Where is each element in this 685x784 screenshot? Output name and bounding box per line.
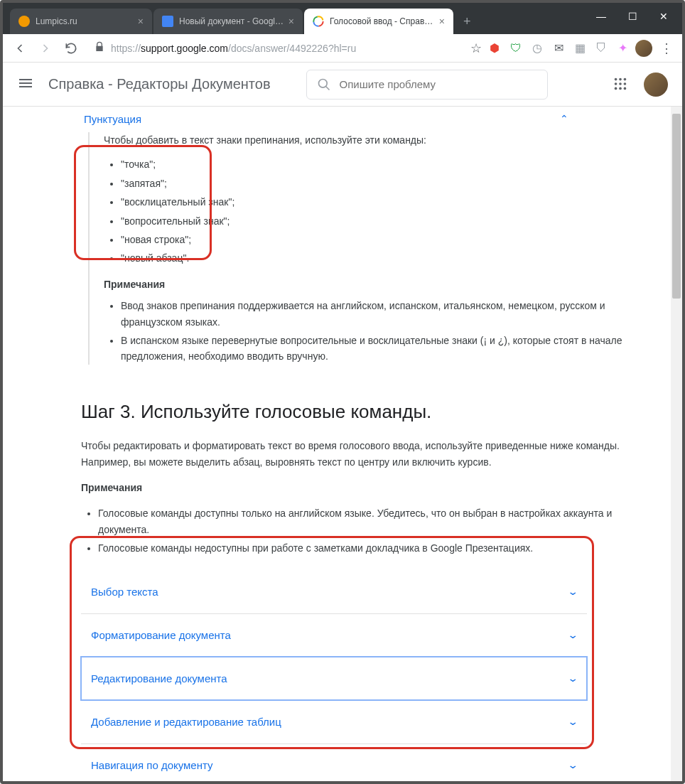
svg-point-11 bbox=[615, 87, 617, 90]
tab-title: Lumpics.ru bbox=[36, 16, 134, 26]
step-paragraph: Чтобы редактировать и форматировать текс… bbox=[81, 438, 631, 470]
chevron-down-icon: ⌄ bbox=[567, 714, 579, 729]
hamburger-menu[interactable] bbox=[17, 75, 34, 95]
forward-button[interactable] bbox=[36, 38, 55, 58]
browser-titlebar: Lumpics.ru × Новый документ - Google Д ×… bbox=[3, 3, 682, 34]
accordion-label: Выбор текста bbox=[91, 584, 158, 601]
svg-point-4 bbox=[318, 79, 327, 87]
svg-point-7 bbox=[624, 77, 627, 80]
list-item: "новый абзац". bbox=[121, 250, 631, 266]
list-item: "новая строка"; bbox=[121, 232, 631, 247]
list-item: Голосовые команды доступны только на анг… bbox=[98, 505, 631, 537]
svg-point-8 bbox=[615, 82, 617, 85]
extension-icon[interactable]: ⬢ bbox=[487, 41, 502, 55]
svg-point-9 bbox=[619, 82, 622, 85]
punctuation-list: "точка"; "запятая"; "восклицательный зна… bbox=[104, 156, 631, 266]
reload-button[interactable] bbox=[61, 38, 81, 58]
step-notes-list: Голосовые команды доступны только на анг… bbox=[81, 505, 631, 556]
favicon-icon bbox=[18, 16, 30, 27]
svg-point-12 bbox=[619, 87, 622, 90]
apps-grid-icon[interactable] bbox=[613, 76, 630, 93]
tab-support[interactable]: Голосовой ввод - Справка - × bbox=[304, 9, 453, 34]
back-button[interactable] bbox=[10, 38, 30, 58]
extension-icon[interactable]: ▦ bbox=[573, 41, 587, 55]
url-protocol: https:// bbox=[111, 43, 141, 54]
search-box[interactable] bbox=[306, 70, 548, 100]
extension-icon[interactable]: ⛉ bbox=[594, 41, 608, 55]
tab-title: Голосовой ввод - Справка - bbox=[330, 16, 435, 26]
minimize-button[interactable]: — bbox=[587, 6, 615, 27]
list-item: "вопросительный знак"; bbox=[121, 213, 631, 229]
accordion-label: Добавление и редактирование таблиц bbox=[91, 714, 281, 731]
list-item: "восклицательный знак"; bbox=[121, 194, 631, 210]
chevron-down-icon: ⌄ bbox=[567, 627, 579, 643]
svg-point-13 bbox=[624, 87, 627, 90]
search-input[interactable] bbox=[340, 78, 537, 90]
chevron-down-icon: ⌄ bbox=[567, 584, 579, 599]
accordion-item-format-doc[interactable]: Форматирование документа ⌄ bbox=[81, 613, 587, 657]
lock-icon bbox=[94, 41, 105, 55]
tab-lumpics[interactable]: Lumpics.ru × bbox=[10, 9, 152, 34]
list-item: Голосовые команды недоступны при работе … bbox=[98, 540, 631, 556]
extension-icons: ⬢ 🛡 ◷ ✉ ▦ ⛉ ✦ bbox=[487, 41, 630, 55]
accordion-item-tables[interactable]: Добавление и редактирование таблиц ⌄ bbox=[81, 700, 587, 743]
chevron-down-icon: ⌄ bbox=[567, 757, 579, 773]
accordion-label: Форматирование документа bbox=[91, 627, 231, 644]
step-notes-heading: Примечания bbox=[81, 480, 631, 495]
profile-avatar[interactable] bbox=[635, 40, 652, 57]
address-bar: https://support.google.com/docs/answer/4… bbox=[3, 34, 682, 63]
accordion-item-edit-doc[interactable]: Редактирование документа ⌄ bbox=[81, 657, 587, 700]
list-item: В испанском языке перевернутые вопросите… bbox=[121, 333, 631, 365]
content-area: Пунктуация ⌃ Чтобы добавить в текст знак… bbox=[3, 107, 682, 781]
step-heading: Шаг 3. Используйте голосовые команды. bbox=[81, 397, 631, 427]
punctuation-block: Чтобы добавить в текст знаки препинания,… bbox=[88, 132, 631, 365]
app-header: Справка - Редакторы Документов bbox=[3, 63, 682, 107]
tab-docs[interactable]: Новый документ - Google Д × bbox=[153, 9, 303, 34]
accordion-item-select-text[interactable]: Выбор текста ⌄ bbox=[81, 571, 587, 613]
account-avatar[interactable] bbox=[644, 73, 668, 97]
scrollbar-thumb[interactable] bbox=[672, 114, 681, 299]
close-icon[interactable]: × bbox=[288, 16, 294, 27]
notes-list: Ввод знаков препинания поддерживается на… bbox=[104, 298, 631, 365]
extension-icon[interactable]: ✉ bbox=[551, 41, 566, 55]
url-field[interactable]: https://support.google.com/docs/answer/4… bbox=[87, 41, 465, 55]
list-item: "точка"; bbox=[121, 156, 631, 172]
svg-point-10 bbox=[624, 82, 627, 85]
chevron-up-icon[interactable]: ⌃ bbox=[560, 111, 568, 127]
extension-icon[interactable]: ✦ bbox=[615, 41, 630, 55]
intro-text: Чтобы добавить в текст знаки препинания,… bbox=[104, 132, 631, 148]
close-icon[interactable]: × bbox=[138, 16, 144, 27]
accordion-label: Редактирование документа bbox=[91, 670, 227, 687]
maximize-button[interactable]: ☐ bbox=[618, 6, 647, 27]
tab-title: Новый документ - Google Д bbox=[179, 16, 284, 26]
favicon-icon bbox=[313, 16, 324, 27]
list-item: Ввод знаков препинания поддерживается на… bbox=[121, 298, 631, 330]
notes-heading: Примечания bbox=[104, 276, 631, 292]
url-host: support.google.com bbox=[141, 43, 228, 54]
app-title: Справка - Редакторы Документов bbox=[48, 76, 271, 92]
accordion: Выбор текста ⌄ Форматирование документа … bbox=[81, 571, 587, 784]
list-item: "запятая"; bbox=[121, 176, 631, 191]
favicon-icon bbox=[162, 16, 173, 27]
close-icon[interactable]: × bbox=[439, 16, 445, 27]
accordion-label: Навигация по документу bbox=[91, 757, 213, 774]
extension-icon[interactable]: ◷ bbox=[530, 41, 544, 55]
svg-point-5 bbox=[615, 77, 617, 80]
menu-button[interactable]: ⋮ bbox=[658, 41, 675, 56]
extension-icon[interactable]: 🛡 bbox=[509, 41, 523, 55]
scrollbar-track[interactable] bbox=[671, 107, 682, 781]
chevron-down-icon: ⌄ bbox=[567, 670, 579, 686]
section-link-punctuation[interactable]: Пунктуация bbox=[37, 107, 631, 128]
star-icon[interactable]: ☆ bbox=[470, 41, 482, 56]
url-path: /docs/answer/4492226?hl=ru bbox=[228, 43, 356, 54]
search-icon bbox=[317, 77, 331, 92]
accordion-item-navigation[interactable]: Навигация по документу ⌄ bbox=[81, 743, 587, 784]
new-tab-button[interactable]: + bbox=[455, 9, 480, 34]
close-window-button[interactable]: ✕ bbox=[649, 6, 678, 27]
svg-point-6 bbox=[619, 77, 622, 80]
